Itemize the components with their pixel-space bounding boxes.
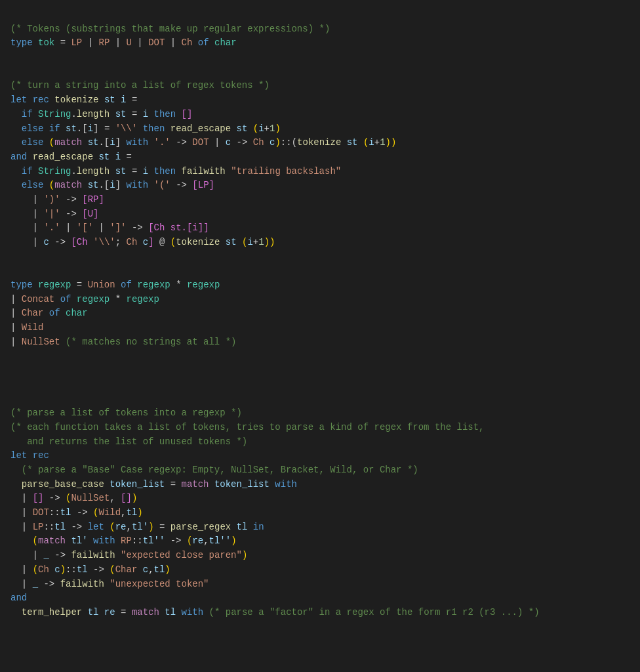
kw-type-1: type: [10, 37, 33, 48]
comment-1: (* Tokens (substrings that make up regul…: [10, 24, 330, 34]
type-tok: tok: [38, 37, 54, 48]
code-display: (* Tokens (substrings that make up regul…: [10, 8, 630, 620]
